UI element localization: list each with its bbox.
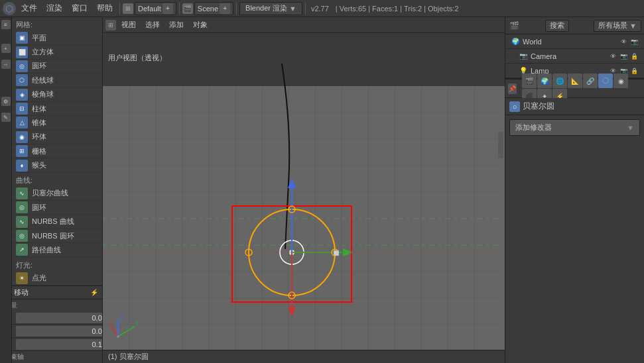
scene-item-world[interactable]: 🌍 World 👁 📷 <box>505 34 644 49</box>
properties-header: 📌 🎬 🌍 🌐 📐 🔗 〇 ◉ ⬛ ✦ ⚡ <box>505 79 644 98</box>
search-button[interactable]: 搜索 <box>545 20 569 32</box>
prop-tab-world[interactable]: 🌐 <box>552 74 567 88</box>
scene-tab-label: Scene <box>198 5 218 13</box>
filter-chevron-icon: ▼ <box>629 22 637 30</box>
world-vis-eye-icon[interactable]: 👁 <box>619 37 628 46</box>
world-vis-render-icon[interactable]: 📷 <box>629 37 639 46</box>
constraint-label: 约束轴 <box>0 351 102 363</box>
x-vector-row: X: ◄ ► <box>0 311 102 325</box>
cube-icon: ⬜ <box>16 46 28 58</box>
mode-icon-4[interactable]: ⚙ <box>1 97 11 106</box>
scene-view-icon[interactable]: 🎬 <box>508 20 520 32</box>
default-tab[interactable]: Default + <box>135 2 176 15</box>
tool-grid[interactable]: ⊞ 栅格 <box>12 144 102 158</box>
nurbs-circle-icon: ◎ <box>16 230 28 242</box>
mode-icon-1[interactable]: ≡ <box>1 20 11 29</box>
properties-sub-header: ○ 贝塞尔圆 <box>505 98 644 115</box>
vp-menu-view[interactable]: 视图 <box>117 19 140 31</box>
prop-tab-data[interactable]: 〇 <box>598 74 613 88</box>
x-input[interactable] <box>16 313 102 323</box>
filter-label: 所有场景 <box>598 21 627 30</box>
right-panel-icons: 🎬 <box>508 20 520 32</box>
tool-cylinder[interactable]: ⊟ 柱体 <box>12 102 102 116</box>
add-modifier-chevron-icon: ▼ <box>627 124 634 132</box>
menu-render[interactable]: 渲染 <box>42 1 66 15</box>
viewport-status: (1) 贝塞尔圆 <box>103 350 505 363</box>
scene-item-camera[interactable]: 📷 Camera 👁 📷 🔒 <box>505 49 644 64</box>
prop-pin-icon[interactable]: 📌 <box>508 83 517 94</box>
prop-tab-material[interactable]: ◉ <box>613 74 628 88</box>
tool-cone[interactable]: △ 锥体 <box>12 116 102 130</box>
menu-window[interactable]: 窗口 <box>68 1 92 15</box>
tool-uvsphere[interactable]: ⬡ 经线球 <box>12 74 102 87</box>
tool-monkey[interactable]: ♦ 猴头 <box>12 158 102 172</box>
obj-type-icon: ○ <box>509 101 520 112</box>
plane-icon: ▣ <box>16 32 28 44</box>
viewport-mode-icon[interactable]: ⊞ <box>105 20 116 30</box>
scene-tab[interactable]: Scene + <box>194 2 233 15</box>
y-input[interactable] <box>16 326 102 337</box>
right-panel: 🎬 搜索 所有场景 ▼ 🌍 World 👁 📷 <box>505 17 644 363</box>
tool-path[interactable]: ↗ 路径曲线 <box>12 243 102 257</box>
tool-nurbs-curve[interactable]: ∿ NURBS 曲线 <box>12 215 102 229</box>
tool-curve-circle[interactable]: ◎ 圆环 <box>12 201 102 215</box>
viewport-scrollbar[interactable] <box>498 132 503 158</box>
camera-vis-3[interactable]: 🔒 <box>629 52 639 61</box>
vp-menu-add[interactable]: 添加 <box>165 19 188 31</box>
tool-bezier[interactable]: ∿ 贝塞尔曲线 <box>12 187 102 201</box>
camera-scene-icon: 📷 <box>519 52 528 61</box>
grid-overlay <box>103 86 505 350</box>
menu-help[interactable]: 帮助 <box>93 1 117 15</box>
svg-text:Y: Y <box>135 320 139 327</box>
camera-vis-icons: 👁 📷 🔒 <box>608 52 639 61</box>
tool-nurbs-circle[interactable]: ◎ NURBS 圆环 <box>12 229 102 243</box>
move-header: ▼ 移动 ⚡ <box>0 286 102 299</box>
tool-circle[interactable]: ◎ 圆环 <box>12 60 102 74</box>
svg-text:X: X <box>108 320 112 327</box>
menu-file[interactable]: 文件 <box>17 1 41 15</box>
viewport-status-text: (1) 贝塞尔圆 <box>108 352 149 362</box>
engine-selector[interactable]: Blender 渲染 ▼ <box>239 2 302 15</box>
svg-point-47 <box>117 335 119 338</box>
tool-cube[interactable]: ⬜ 立方体 <box>12 45 102 59</box>
engine-chevron-icon: ▼ <box>289 5 296 13</box>
main-area: ≡ + ↔ ⚙ ✎ 网格: ▣ 平面 ⬜ 立方体 ◎ 圆环 <box>0 17 644 363</box>
view-label: 用户视图（透视） <box>108 53 166 63</box>
circle-icon: ◎ <box>16 60 28 72</box>
tool-torus[interactable]: ◉ 环体 <box>12 130 102 144</box>
add-modifier-button[interactable]: 添加修改器 ▼ <box>509 119 640 136</box>
add-scene-button[interactable]: + <box>220 3 230 14</box>
add-tab-button[interactable]: + <box>162 3 173 14</box>
mode-icon-2[interactable]: + <box>1 44 11 53</box>
vp-menu-select[interactable]: 选择 <box>141 19 164 31</box>
tool-point-lamp[interactable]: ☀ 点光 <box>12 272 102 285</box>
blender-logo-icon[interactable]: ⬡ <box>3 2 16 15</box>
tool-plane[interactable]: ▣ 平面 <box>12 31 102 45</box>
tool-icosphere[interactable]: ◈ 棱角球 <box>12 88 102 102</box>
viewport[interactable]: ⊞ 视图 选择 添加 对象 <box>103 17 505 363</box>
prop-tab-constraints[interactable]: 🔗 <box>583 74 598 88</box>
prop-tab-render[interactable]: 🎬 <box>522 74 537 88</box>
lamp-section-label: 灯光: <box>12 259 102 272</box>
mode-icon-3[interactable]: ↔ <box>1 60 11 69</box>
uvsphere-icon: ⬡ <box>16 74 28 86</box>
prop-tab-object[interactable]: 📐 <box>568 74 582 88</box>
vp-menu-object[interactable]: 对象 <box>189 19 212 31</box>
mode-icon-5[interactable]: ✎ <box>1 113 11 122</box>
prop-tab-scene[interactable]: 🌍 <box>537 74 552 88</box>
separator-3 <box>236 3 237 15</box>
path-icon: ↗ <box>16 244 28 256</box>
camera-vis-1[interactable]: 👁 <box>608 52 617 61</box>
layout-icon: ⊞ <box>123 3 133 14</box>
filter-button[interactable]: 所有场景 ▼ <box>594 20 641 32</box>
camera-vis-2[interactable]: 📷 <box>619 52 628 61</box>
cylinder-icon: ⊟ <box>16 103 28 115</box>
z-input[interactable] <box>16 339 102 350</box>
default-tab-label: Default <box>138 5 161 13</box>
nav-cube[interactable]: Y X Z <box>108 313 141 346</box>
svg-line-41 <box>118 327 135 337</box>
camera-label: Camera <box>531 52 556 60</box>
mesh-section-label: 网格: <box>12 19 102 31</box>
scene-hierarchy: 🌍 World 👁 📷 📷 Camera 👁 📷 🔒 💡 <box>505 34 644 78</box>
move-label: 移动 <box>14 287 29 297</box>
